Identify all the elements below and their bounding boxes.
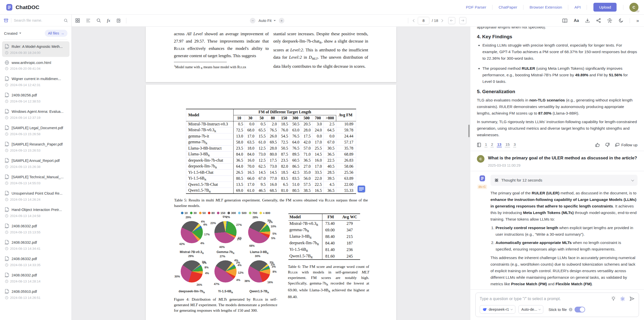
- page-ref-15[interactable]: 15: [505, 142, 510, 147]
- globe-icon: [5, 60, 9, 65]
- sort-dropdown[interactable]: Created: [4, 31, 21, 35]
- collapse-panel-icon[interactable]: »: [636, 18, 639, 23]
- search-divider: [11, 18, 11, 23]
- prompt-ideas-icon[interactable]: [611, 296, 616, 301]
- formula-icon[interactable]: fx: [107, 18, 110, 23]
- upload-button[interactable]: Upload: [593, 3, 617, 12]
- answer-list: Precisely control response length when e…: [491, 225, 637, 253]
- prompt-settings-gear-icon[interactable]: [620, 296, 625, 301]
- file-date: 2024-09-13 14:26:24: [10, 198, 41, 201]
- pdf-icon: PDF: [5, 109, 9, 114]
- strategy-selector[interactable]: Auto-de...: [518, 305, 544, 314]
- viewer-scrollbar-thumb[interactable]: [468, 125, 470, 137]
- chevron-down-icon: [631, 179, 634, 181]
- chat-toolbar-divider: [630, 18, 630, 23]
- chatdoc-logo-icon: [6, 4, 13, 11]
- file-list-item[interactable]: PDF [SAMPLE] Annual_Report.pdf 2024-09-1…: [2, 155, 69, 171]
- summary-book-icon[interactable]: [562, 18, 567, 23]
- zoom-out-button[interactable]: −: [250, 18, 255, 23]
- thought-process-toggle[interactable]: Thought for 12 seconds: [490, 175, 637, 186]
- file-list-item[interactable]: PDF Hand-Object Interaction Pretr... 202…: [2, 204, 69, 220]
- file-list-item[interactable]: PDF www.anthropic.com.html 2024-09-20 09…: [2, 58, 69, 73]
- share-icon[interactable]: [596, 18, 601, 23]
- archive-box-icon[interactable]: [4, 18, 9, 23]
- history-back-button[interactable]: [448, 17, 455, 24]
- clipped-text-line: appropriate lengths when not specified).: [477, 27, 637, 30]
- zoom-in-button[interactable]: +: [279, 18, 284, 23]
- table6-block: ModelFMAvg WCMistral-7B-v0.3R73.40279gem…: [288, 211, 369, 313]
- file-list-item[interactable]: PDF 2408.06332.pdf 2024-08-13 14:33:35: [2, 254, 69, 269]
- clock-icon: [5, 296, 8, 299]
- file-list-item[interactable]: PDF [SAMPLE] Legal_Document.pdf 2024-09-…: [2, 123, 69, 138]
- file-list-item[interactable]: PDF 2408.06332.pdf 2024-08-13 14:28:14: [2, 270, 69, 286]
- page-number-input[interactable]: [418, 17, 429, 24]
- legend-item: 300: [228, 211, 236, 215]
- clock-icon: [5, 247, 8, 250]
- file-list-item[interactable]: PDF Wigner current in multidimen... 2024…: [2, 74, 69, 89]
- file-list-item[interactable]: PDF Windows Agent Arena: Evalua... 2024-…: [2, 106, 69, 122]
- premium-crown-icon: [636, 10, 639, 12]
- file-name: 2408.06332.pdf: [12, 224, 37, 228]
- outline-icon[interactable]: [86, 18, 91, 23]
- chat-toolbar: Aa »: [470, 15, 644, 27]
- nav-link-browser-extension[interactable]: Browser Extension: [523, 5, 568, 10]
- zoom-level-label: Auto Fit: [258, 18, 272, 23]
- follow-up-button[interactable]: Follow up: [615, 143, 637, 147]
- file-list-item[interactable]: PDF Unsupervised Point Cloud Re... 2024-…: [2, 188, 69, 204]
- file-date: 2024-08-13 14:33:35: [10, 263, 41, 267]
- page-ref-2[interactable]: 2: [490, 142, 494, 147]
- thumbs-up-button[interactable]: [595, 143, 600, 147]
- page7-left-column: across All Level showed an average impro…: [174, 30, 269, 71]
- search-icon[interactable]: [64, 18, 68, 23]
- user-avatar[interactable]: C: [629, 3, 638, 12]
- composer-placeholder[interactable]: Type a question or type "/" to select a …: [480, 297, 607, 301]
- document-pages[interactable]: across All Level showed an average impro…: [72, 27, 470, 320]
- search-document-icon[interactable]: [96, 18, 101, 23]
- clock-icon: [5, 132, 8, 136]
- next-page-icon[interactable]: [441, 20, 443, 22]
- page-ref-13[interactable]: 13: [497, 142, 502, 147]
- previous-page-icon[interactable]: [413, 20, 415, 22]
- svg-text:PDF: PDF: [5, 227, 8, 229]
- search-input[interactable]: [14, 18, 61, 22]
- history-forward-button[interactable]: [459, 17, 466, 24]
- all-files-button[interactable]: All files →: [45, 30, 67, 37]
- nav-link-api[interactable]: API: [568, 5, 587, 10]
- rotate-page-icon[interactable]: [116, 18, 121, 23]
- file-list-item[interactable]: PDF Ruler: A Model-Agnostic Meth... 2024…: [2, 41, 69, 57]
- thumbs-down-button[interactable]: [605, 143, 610, 147]
- info-icon[interactable]: [569, 308, 573, 311]
- openai-icon[interactable]: [607, 18, 612, 23]
- stick-to-file-toggle[interactable]: [575, 307, 585, 312]
- clock-icon: [5, 165, 8, 168]
- results-table-5: ModelFM of Different Target LengthAvg FM…: [186, 109, 356, 194]
- send-icon[interactable]: [629, 296, 635, 301]
- answer-list-item: Precisely control response length when e…: [496, 225, 637, 238]
- file-list-item[interactable]: PDF 2408.06332.pdf 2024-08-13 15:13:55: [2, 221, 69, 236]
- file-name: www.anthropic.com.html: [12, 61, 51, 65]
- page-ref-3[interactable]: 3: [513, 142, 516, 147]
- svg-text:PDF: PDF: [5, 129, 8, 130]
- thumbnails-icon[interactable]: [75, 18, 80, 23]
- chatdoc-brand[interactable]: ChatDOC: [6, 4, 40, 11]
- file-date: 2024-08-13 15:13:55: [10, 230, 41, 234]
- download-icon[interactable]: [585, 18, 590, 23]
- file-list-item[interactable]: PDF 2408.06332.pdf 2024-08-13 14:34:41: [2, 237, 69, 253]
- file-list-item[interactable]: PDF [SAMPLE] Research_Paper.pdf 2024-09-…: [2, 139, 69, 155]
- chat-content: appropriate lengths when not specified).…: [470, 27, 644, 289]
- nav-link-chatpaper[interactable]: ChatPaper: [493, 5, 523, 10]
- thought-label: Thought for 12 seconds: [501, 178, 542, 183]
- chat-table-marker-icon[interactable]: [358, 186, 365, 192]
- nav-link-pdf-parser[interactable]: PDF Parser: [460, 5, 492, 10]
- file-list-item[interactable]: PDF 2409.08256.pdf 2024-09-14 12:38:53: [2, 90, 69, 105]
- all-files-label: All files: [48, 31, 59, 35]
- file-name: Ruler: A Model-Agnostic Meth...: [12, 45, 63, 49]
- dark-mode-icon[interactable]: [619, 18, 623, 23]
- zoom-level-dropdown[interactable]: Auto Fit: [258, 18, 276, 23]
- page-ref-1[interactable]: 1: [484, 142, 487, 147]
- model-selector[interactable]: deepseek-r1: [480, 305, 515, 314]
- svg-text:PDF: PDF: [5, 243, 8, 245]
- font-size-icon[interactable]: Aa: [574, 18, 579, 23]
- file-list-item[interactable]: PDF [SAMPLE] Technical_Manual_... 2024-0…: [2, 172, 69, 187]
- file-list-item[interactable]: PDF 2408.05910.pdf 2024-08-13 14:26:51: [2, 286, 69, 302]
